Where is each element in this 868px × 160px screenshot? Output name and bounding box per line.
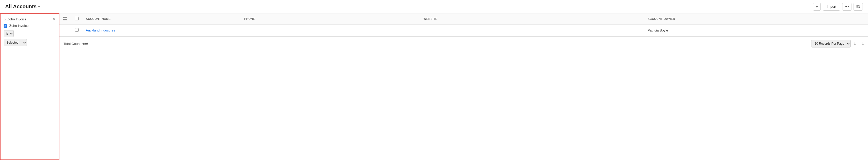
total-count-value: ### bbox=[83, 42, 88, 46]
svg-rect-2 bbox=[63, 19, 65, 21]
search-icon: ⌕ bbox=[4, 17, 6, 21]
td-row-icon bbox=[59, 25, 71, 36]
table-row: Auckland Industries Patricia Boyle bbox=[59, 25, 868, 36]
pagination-end: 1 bbox=[862, 42, 864, 46]
close-icon[interactable]: ✕ bbox=[53, 17, 56, 21]
svg-rect-3 bbox=[65, 19, 67, 21]
select-all-checkbox[interactable] bbox=[75, 17, 79, 21]
more-options-button[interactable]: ••• bbox=[842, 3, 851, 10]
pagination-from: 1 bbox=[854, 42, 856, 46]
account-name-link[interactable]: Auckland Industries bbox=[86, 28, 115, 32]
td-account-name: Auckland Industries bbox=[82, 25, 241, 36]
data-table: ACCOUNT NAME PHONE WEBSITE ACCOUNT OWNER bbox=[59, 13, 868, 36]
header-actions: + Import ••• bbox=[813, 3, 863, 10]
filter-value-row: Selected bbox=[4, 39, 56, 46]
pagination-to-label: to bbox=[858, 42, 860, 46]
filter-item-label: Zoho Invoice bbox=[9, 24, 28, 28]
th-icon bbox=[59, 13, 71, 25]
total-count: Total Count: ### bbox=[64, 42, 88, 46]
import-button[interactable]: Import bbox=[823, 3, 840, 10]
th-select-all[interactable] bbox=[71, 13, 82, 25]
td-phone bbox=[241, 25, 420, 36]
per-page-select[interactable]: 10 Records Per Page 20 Records Per Page … bbox=[811, 40, 851, 47]
filter-item-row: Zoho Invoice bbox=[4, 24, 56, 28]
sort-button[interactable] bbox=[854, 3, 863, 10]
filter-value-select[interactable]: Selected bbox=[4, 39, 27, 46]
table-section: ACCOUNT NAME PHONE WEBSITE ACCOUNT OWNER bbox=[59, 13, 868, 160]
svg-rect-1 bbox=[65, 17, 67, 18]
td-checkbox[interactable] bbox=[71, 25, 82, 36]
main-content: ⌕ ✕ Zoho Invoice is Selected bbox=[0, 13, 868, 160]
add-button[interactable]: + bbox=[813, 3, 821, 10]
filter-checkbox-zoho-invoice[interactable] bbox=[4, 24, 7, 28]
filter-operator-row: is bbox=[4, 30, 56, 37]
grid-icon bbox=[63, 17, 67, 21]
header-left: All Accounts ▾ bbox=[5, 4, 40, 9]
table-header-row: ACCOUNT NAME PHONE WEBSITE ACCOUNT OWNER bbox=[59, 13, 868, 25]
th-account-name: ACCOUNT NAME bbox=[82, 13, 241, 25]
td-website bbox=[420, 25, 644, 36]
filter-panel: ⌕ ✕ Zoho Invoice is Selected bbox=[0, 13, 59, 160]
th-website: WEBSITE bbox=[420, 13, 644, 25]
chevron-down-icon[interactable]: ▾ bbox=[38, 5, 40, 8]
pagination-info: 1 to 1 bbox=[854, 42, 864, 46]
header-bar: All Accounts ▾ + Import ••• bbox=[0, 0, 868, 13]
total-count-label: Total Count: bbox=[64, 42, 82, 46]
pagination-controls: 10 Records Per Page 20 Records Per Page … bbox=[811, 40, 864, 47]
sort-icon bbox=[856, 5, 860, 9]
row-checkbox[interactable] bbox=[75, 28, 79, 32]
svg-rect-0 bbox=[63, 17, 65, 18]
filter-operator-select[interactable]: is bbox=[4, 30, 14, 37]
filter-search-row: ⌕ ✕ bbox=[4, 17, 56, 21]
filter-search-input[interactable] bbox=[7, 17, 51, 21]
table-footer: Total Count: ### 10 Records Per Page 20 … bbox=[59, 36, 868, 51]
td-account-owner: Patricia Boyle bbox=[644, 25, 868, 36]
th-account-owner: ACCOUNT OWNER bbox=[644, 13, 868, 25]
page-title: All Accounts bbox=[5, 4, 37, 9]
th-phone: PHONE bbox=[241, 13, 420, 25]
